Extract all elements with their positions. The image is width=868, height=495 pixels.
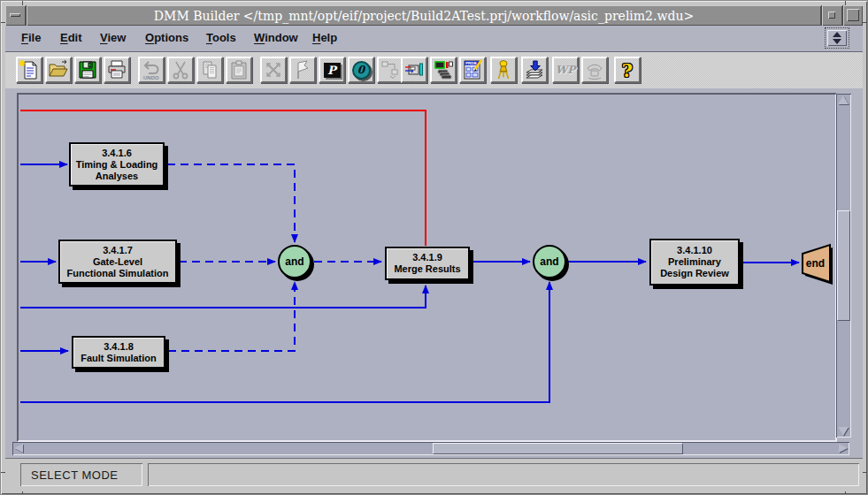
menu-view[interactable]: View xyxy=(100,31,126,44)
pushpin-button[interactable] xyxy=(490,57,517,83)
scroll-left-arrow-icon[interactable] xyxy=(14,444,23,453)
phone-icon xyxy=(584,59,605,80)
mode-indicator: SELECT MODE xyxy=(20,463,142,486)
object-stack-button[interactable] xyxy=(430,57,457,83)
cut-button[interactable] xyxy=(167,57,194,83)
help-icon: ? xyxy=(622,59,633,81)
toolbar: UNDO P 0 xyxy=(5,52,863,89)
menu-edit[interactable]: Edit xyxy=(60,31,82,44)
object-stack-icon xyxy=(433,59,454,80)
operation-o-icon: 0 xyxy=(352,61,371,80)
maximize-button[interactable] xyxy=(843,5,863,26)
connector-button[interactable] xyxy=(377,57,403,83)
crossed-arrows-icon xyxy=(263,59,284,80)
menu-tools[interactable]: Tools xyxy=(206,31,236,44)
task-id: 3.4.1.6 xyxy=(102,148,132,159)
print-icon xyxy=(106,59,127,80)
word-processor-icon: WP xyxy=(556,64,576,76)
message-area xyxy=(148,463,859,486)
frame-notch xyxy=(1,22,5,23)
task-node-3418[interactable]: 3.4.1.8 Fault Simulation xyxy=(72,336,165,369)
window-title: DMM Builder </tmp_mnt/opt/eif/project/Bu… xyxy=(27,5,821,26)
window-menu-icon xyxy=(10,13,20,17)
paste-button[interactable] xyxy=(226,57,252,83)
vertical-scrollbar[interactable] xyxy=(836,94,851,438)
task-node-3416[interactable]: 3.4.1.6 Timing & Loading Analyses xyxy=(69,142,165,187)
import-stack-icon xyxy=(524,59,545,80)
open-button[interactable] xyxy=(45,57,72,83)
task-id: 3.4.1.9 xyxy=(412,252,442,263)
dashed-timing-to-and1[interactable] xyxy=(167,164,295,242)
save-button[interactable] xyxy=(74,57,101,83)
print-button[interactable] xyxy=(104,57,130,83)
task-label: Design Review xyxy=(660,268,729,279)
frame-notch xyxy=(863,22,867,23)
new-document-icon xyxy=(19,59,40,80)
menu-file[interactable]: File xyxy=(21,31,41,44)
menu-window[interactable]: Window xyxy=(254,31,298,44)
pane-sash-button[interactable] xyxy=(827,30,847,46)
operation-button[interactable]: 0 xyxy=(348,57,374,83)
task-node-34110[interactable]: 3.4.1.10 Preliminary Design Review xyxy=(649,239,740,286)
task-label: Functional Simulation xyxy=(67,268,169,279)
delete-button[interactable] xyxy=(260,57,287,83)
dmm-builder-window: { "window": { "title": "DMM Builder </tm… xyxy=(0,0,868,495)
workflow-canvas[interactable]: 3.4.1.6 Timing & Loading Analyses 3.4.1.… xyxy=(17,93,837,442)
phone-button[interactable] xyxy=(581,57,608,83)
minimize-button[interactable] xyxy=(822,5,842,26)
titlebar: DMM Builder </tmp_mnt/opt/eif/project/Bu… xyxy=(5,5,863,26)
arrow-up-icon xyxy=(833,32,841,37)
task-label: Preliminary xyxy=(668,256,721,268)
arrow-down-icon xyxy=(833,39,841,44)
and-junction-1[interactable]: and xyxy=(278,245,311,278)
pointer-tool-button[interactable] xyxy=(289,57,316,83)
copy-icon xyxy=(199,59,220,80)
menu-help[interactable]: Help xyxy=(312,31,337,44)
svg-text:PRDB: PRDB xyxy=(465,61,476,65)
copy-button[interactable] xyxy=(196,57,223,83)
undo-icon: UNDO xyxy=(141,59,162,80)
window-menu-button[interactable] xyxy=(5,5,26,26)
task-id: 3.4.1.8 xyxy=(104,341,134,353)
statusbar: SELECT MODE xyxy=(5,459,863,491)
task-label: Analyses xyxy=(96,171,138,182)
undo-button[interactable]: UNDO xyxy=(138,57,165,83)
scroll-right-arrow-icon[interactable] xyxy=(839,444,848,453)
cut-scissors-icon xyxy=(170,59,191,80)
paste-clipboard-icon xyxy=(228,59,250,80)
process-button[interactable]: P xyxy=(319,57,345,83)
horizontal-scroll-thumb[interactable] xyxy=(433,443,683,454)
dashed-fault-to-and1[interactable] xyxy=(168,282,295,351)
mode-text: SELECT MODE xyxy=(31,468,118,482)
scroll-down-arrow-icon[interactable] xyxy=(838,427,849,436)
new-button[interactable] xyxy=(16,57,42,83)
horizontal-scrollbar[interactable] xyxy=(12,442,849,455)
prdb-button[interactable]: PRDB xyxy=(459,57,486,83)
import-button[interactable] xyxy=(521,57,548,83)
task-id: 3.4.1.7 xyxy=(103,245,133,256)
and-junction-2[interactable]: and xyxy=(533,245,566,278)
help-button[interactable]: ? xyxy=(614,57,641,83)
prdb-form-icon: PRDB xyxy=(462,59,483,80)
menu-options[interactable]: Options xyxy=(145,31,188,44)
task-label: Timing & Loading xyxy=(76,159,158,171)
minimize-icon xyxy=(828,11,835,19)
frame-notch xyxy=(845,1,846,5)
workflow-properties-button[interactable] xyxy=(401,57,427,83)
pushpin-icon xyxy=(493,59,514,80)
line-into-merge-bottom[interactable] xyxy=(20,286,426,308)
svg-text:UNDO: UNDO xyxy=(143,75,159,80)
connector-icon xyxy=(380,59,401,80)
task-node-3417[interactable]: 3.4.1.7 Gate-Level Functional Simulation xyxy=(58,240,177,284)
task-label: Merge Results xyxy=(394,263,460,275)
workflow-properties-icon xyxy=(403,59,425,80)
vertical-scroll-thumb[interactable] xyxy=(837,210,850,321)
scroll-up-arrow-icon[interactable] xyxy=(838,95,849,104)
open-folder-icon xyxy=(48,59,69,80)
main-area: 3.4.1.6 Timing & Loading Analyses 3.4.1.… xyxy=(5,88,863,459)
word-processor-button[interactable]: WP xyxy=(552,57,579,83)
task-node-3419[interactable]: 3.4.1.9 Merge Results xyxy=(385,247,470,280)
end-node-label[interactable]: end xyxy=(801,253,830,274)
frame-notch xyxy=(863,472,867,473)
menubar: File Edit View Options Tools Window Help xyxy=(5,26,863,52)
